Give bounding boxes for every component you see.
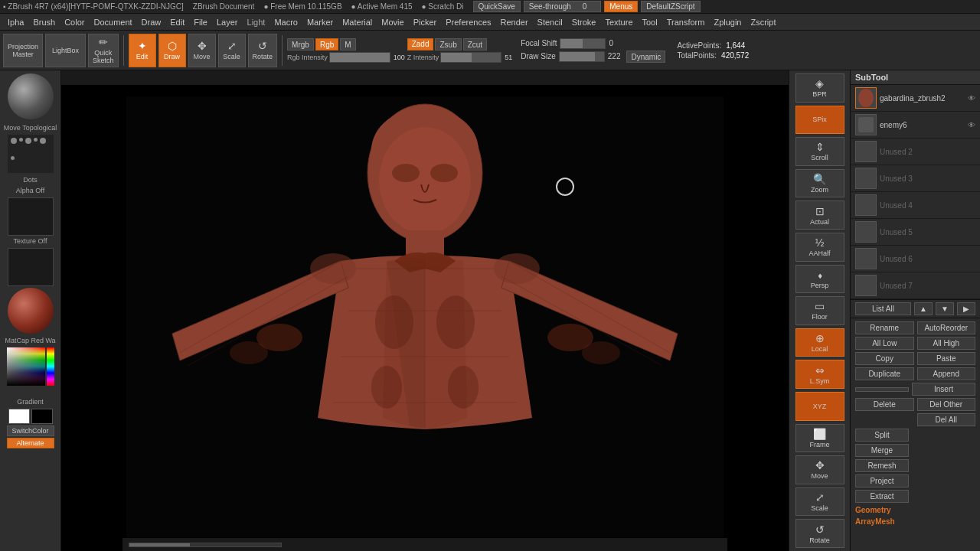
del-all-button[interactable]: Del All — [917, 413, 976, 426]
zcut-button[interactable]: Zcut — [463, 38, 487, 51]
menu-draw[interactable]: Draw — [137, 16, 166, 28]
viewport-rotate-button[interactable]: ↺ Rotate — [795, 519, 844, 548]
projection-master-button[interactable]: Projection Master — [3, 34, 43, 67]
eye-icon[interactable]: 👁 — [968, 94, 975, 103]
floor-button[interactable]: ▭ Floor — [795, 296, 844, 325]
del-other-button[interactable]: Del Other — [917, 398, 976, 411]
scale-button[interactable]: ⤢ Scale — [218, 34, 246, 67]
draw-button[interactable]: ⬡ Draw — [158, 34, 186, 67]
delete-button[interactable]: Delete — [855, 398, 914, 411]
viewport-move-button[interactable]: ✥ Move — [795, 455, 844, 484]
menu-document[interactable]: Document — [89, 16, 136, 28]
menu-marker[interactable]: Marker — [302, 16, 338, 28]
auto-reorder-button[interactable]: AutoReorder — [917, 321, 976, 334]
subtool-item-unused3[interactable]: Unused 3 — [851, 165, 980, 192]
menu-tool[interactable]: Tool — [638, 16, 662, 28]
subtool-item-unused2[interactable]: Unused 2 — [851, 139, 980, 165]
swatch-black[interactable] — [31, 409, 53, 424]
all-low-button[interactable]: All Low — [855, 337, 914, 350]
arrow-down-button[interactable]: ▼ — [936, 302, 954, 315]
menu-layer[interactable]: Layer — [212, 16, 243, 28]
defaultscript-button[interactable]: DefaultZScript — [641, 1, 700, 12]
alpha-preview[interactable] — [8, 197, 54, 236]
quick-sketch-button[interactable]: ✏ Quick Sketch — [88, 34, 119, 67]
xyz-button[interactable]: XYZ — [795, 392, 844, 421]
persp-button[interactable]: ⬧ Persp — [795, 265, 844, 294]
arrow-up-button[interactable]: ▲ — [914, 302, 933, 315]
project-button[interactable]: Project — [855, 474, 909, 487]
draw-size-slider[interactable] — [559, 51, 605, 62]
m-button[interactable]: M — [340, 38, 355, 51]
rotate-button[interactable]: ↺ Rotate — [248, 34, 278, 67]
menu-file[interactable]: File — [189, 16, 212, 28]
menu-color[interactable]: Color — [60, 16, 89, 28]
remesh-button[interactable]: Remesh — [855, 459, 909, 472]
spix-button[interactable]: SPix — [795, 106, 844, 135]
quicksave-button[interactable]: QuickSave — [473, 1, 521, 12]
menu-macro[interactable]: Macro — [270, 16, 302, 28]
focal-slider[interactable] — [560, 38, 606, 49]
menu-edit[interactable]: Edit — [165, 16, 189, 28]
rename-button[interactable]: Rename — [855, 321, 914, 334]
rgb-button[interactable]: Rgb — [315, 38, 338, 51]
menu-stroke[interactable]: Stroke — [567, 16, 601, 28]
arrow-right-button[interactable]: ▶ — [957, 302, 975, 315]
zadd-button[interactable]: Zadd — [407, 38, 434, 51]
move-button[interactable]: ✥ Move — [188, 34, 216, 67]
menu-stencil[interactable]: Stencil — [533, 16, 567, 28]
subtool-item-unused5[interactable]: Unused 5 — [851, 219, 980, 246]
zsub-button[interactable]: Zsub — [435, 38, 461, 51]
subtool-item-unused7[interactable]: Unused 7 — [851, 272, 980, 299]
matcap-preview[interactable] — [8, 288, 54, 334]
menu-light[interactable]: Light — [243, 16, 270, 28]
subtool-item-unused4[interactable]: Unused 4 — [851, 192, 980, 219]
menu-material[interactable]: Material — [338, 16, 377, 28]
alternate-button[interactable]: Alternate — [7, 438, 54, 448]
menu-transform[interactable]: Transform — [662, 16, 710, 28]
seethrough-button[interactable]: See-through 0 — [524, 1, 601, 12]
canvas-area[interactable] — [61, 70, 789, 551]
duplicate-button[interactable]: Duplicate — [855, 367, 914, 380]
menu-ipha[interactable]: Ipha — [3, 16, 28, 28]
actual-button[interactable]: ⊡ Actual — [795, 201, 844, 230]
canvas-content[interactable] — [61, 86, 789, 551]
subtool-item-enemy6[interactable]: enemy6 👁 — [851, 112, 980, 139]
split-button[interactable]: Split — [855, 429, 909, 442]
eye-icon[interactable]: 👁 — [968, 121, 975, 129]
insert-button[interactable]: Insert — [912, 383, 975, 396]
append-button[interactable]: Append — [917, 367, 976, 380]
menu-preferences[interactable]: Preferences — [441, 16, 495, 28]
menu-movie[interactable]: Movie — [377, 16, 408, 28]
zoom-button[interactable]: 🔍 Zoom — [795, 169, 844, 198]
bpr-button[interactable]: ◈ BPR — [795, 73, 844, 103]
texture-preview[interactable] — [8, 248, 54, 286]
menu-brush[interactable]: Brush — [28, 16, 60, 28]
menus-button[interactable]: Menus — [604, 1, 638, 12]
all-high-button[interactable]: All High — [917, 337, 976, 350]
merge-button[interactable]: Merge — [855, 444, 909, 457]
local-button[interactable]: ⊕ Local — [795, 328, 844, 357]
color-picker[interactable] — [7, 347, 54, 395]
lsym-button[interactable]: ⇔ L.Sym — [795, 360, 844, 389]
switch-color-button[interactable]: SwitchColor — [7, 425, 54, 436]
lightbox-button[interactable]: LightBox — [45, 34, 86, 67]
paste-button[interactable]: Paste — [917, 352, 976, 365]
copy-button[interactable]: Copy — [855, 352, 914, 365]
scroll-button[interactable]: ⇕ Scroll — [795, 137, 844, 166]
extract-button[interactable]: Extract — [855, 490, 909, 503]
brush-preview[interactable] — [8, 73, 54, 119]
aahalf-button[interactable]: ½ AAHalf — [795, 233, 844, 262]
swatch-white[interactable] — [8, 409, 30, 424]
mrgb-button[interactable]: Mrgb — [287, 38, 314, 51]
menu-picker[interactable]: Picker — [409, 16, 442, 28]
edit-button[interactable]: ✦ Edit — [129, 34, 156, 67]
subtool-item-gabardina[interactable]: gabardina_zbrush2 👁 — [851, 85, 980, 112]
menu-zscript[interactable]: Zscript — [746, 16, 780, 28]
menu-texture[interactable]: Texture — [600, 16, 637, 28]
frame-button[interactable]: ⬜ Frame — [795, 424, 844, 453]
z-intensity-slider[interactable] — [440, 52, 501, 63]
menu-zplugin[interactable]: Zplugin — [709, 16, 746, 28]
rgb-intensity-slider[interactable] — [329, 52, 390, 63]
character-viewport[interactable] — [61, 86, 789, 551]
menu-render[interactable]: Render — [496, 16, 533, 28]
